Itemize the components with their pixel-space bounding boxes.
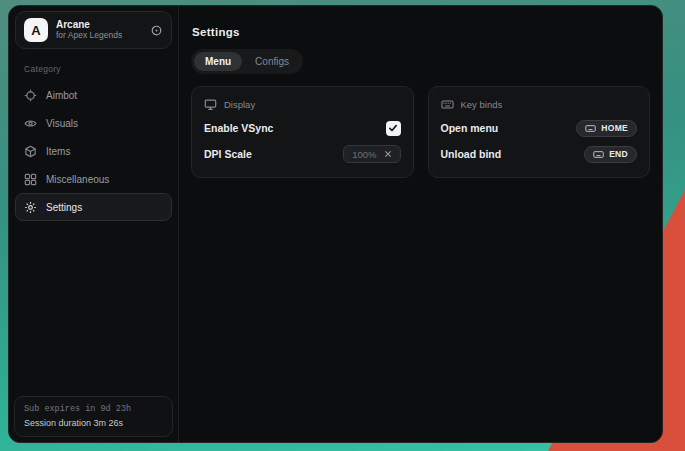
sidebar-item-settings[interactable]: Settings [15, 193, 172, 221]
page-title: Settings [192, 26, 650, 38]
crosshair-icon [24, 89, 37, 102]
dpi-label: DPI Scale [204, 148, 252, 160]
vsync-checkbox[interactable] [386, 121, 401, 136]
sidebar-item-label: Aimbot [46, 90, 77, 101]
open-menu-keybind-button[interactable]: HOME [576, 120, 637, 137]
keyboard-icon [585, 123, 596, 134]
sidebar: A Arcane for Apex Legends Category Aimbo [9, 6, 179, 442]
app-titles: Arcane for Apex Legends [56, 19, 122, 41]
tab-menu[interactable]: Menu [194, 52, 242, 71]
settings-cards: Display Enable VSync DPI Scale [191, 86, 650, 178]
display-card: Display Enable VSync DPI Scale [191, 86, 414, 178]
vsync-row: Enable VSync [204, 116, 401, 140]
sidebar-item-items[interactable]: Items [15, 137, 172, 165]
unload-bind-label: Unload bind [441, 148, 502, 160]
tab-bar: Menu Configs [191, 49, 303, 74]
tab-configs[interactable]: Configs [244, 52, 300, 71]
sidebar-item-label: Visuals [46, 118, 78, 129]
dpi-row: DPI Scale 100% [204, 142, 401, 166]
unload-bind-row: Unload bind END [441, 142, 638, 166]
arcane-logo: A [24, 18, 48, 42]
dpi-scale-input[interactable]: 100% [343, 145, 400, 163]
open-menu-label: Open menu [441, 122, 499, 134]
vsync-label: Enable VSync [204, 122, 273, 134]
display-card-header: Display [204, 98, 401, 111]
cube-icon [24, 145, 37, 158]
scope-icon[interactable] [150, 24, 163, 37]
keybinds-card-header: Key binds [441, 98, 638, 111]
open-menu-row: Open menu HOME [441, 116, 638, 140]
eye-icon [24, 117, 37, 130]
display-card-title: Display [224, 99, 255, 110]
grid-icon [24, 173, 37, 186]
sidebar-item-visuals[interactable]: Visuals [15, 109, 172, 137]
keyboard-icon [441, 98, 454, 111]
main-content: Settings Menu Configs Display [179, 6, 662, 442]
clear-icon[interactable] [384, 150, 392, 158]
unload-key: END [609, 149, 628, 159]
app-header-card: A Arcane for Apex Legends [15, 11, 172, 49]
sidebar-item-label: Settings [46, 202, 82, 213]
unload-keybind-button[interactable]: END [584, 146, 637, 163]
arcane-menu-window: A Arcane for Apex Legends Category Aimbo [8, 5, 663, 443]
monitor-icon [204, 98, 217, 111]
category-label: Category [24, 64, 172, 74]
keybinds-card-title: Key binds [461, 99, 503, 110]
keybinds-card: Key binds Open menu HOME Unload bin [428, 86, 651, 178]
check-icon [388, 123, 398, 133]
app-subtitle: for Apex Legends [56, 31, 122, 41]
session-duration-text: Session duration 3m 26s [24, 418, 163, 428]
keyboard-icon [593, 149, 604, 160]
sidebar-item-aimbot[interactable]: Aimbot [15, 81, 172, 109]
sidebar-item-label: Items [46, 146, 70, 157]
sidebar-item-label: Miscellaneous [46, 174, 109, 185]
app-name: Arcane [56, 19, 122, 31]
open-menu-key: HOME [601, 123, 628, 133]
dpi-value: 100% [352, 149, 376, 160]
subscription-info-card: Sub expires in 9d 23h Session duration 3… [14, 396, 173, 437]
gear-icon [24, 201, 37, 214]
sidebar-item-miscellaneous[interactable]: Miscellaneous [15, 165, 172, 193]
desktop-background: { "app": { "logo_letter": "A", "name": "… [0, 0, 685, 451]
sub-expiry-text: Sub expires in 9d 23h [24, 404, 163, 414]
